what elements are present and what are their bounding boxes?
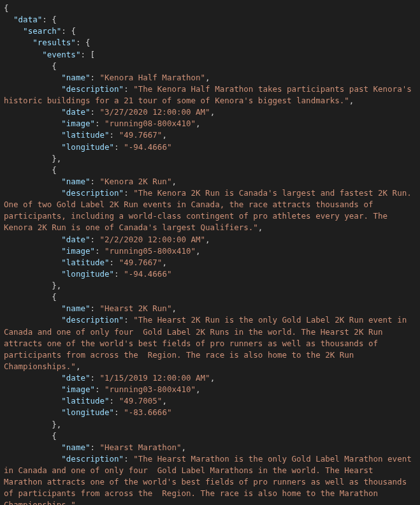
json-viewer: { "data": { "search": { "results": { "ev…: [0, 0, 420, 505]
